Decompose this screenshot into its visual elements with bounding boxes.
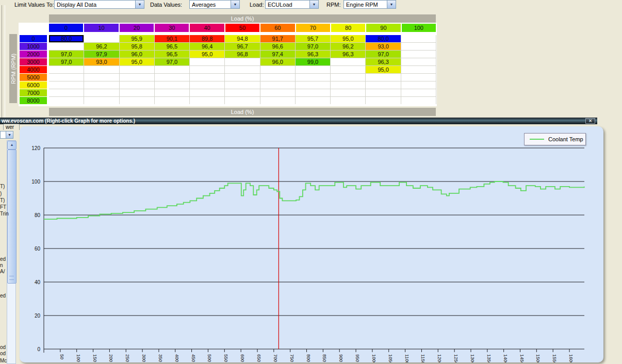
rpm-dropdown[interactable]: Engine RPM ▼ — [343, 0, 396, 9]
limit-values-dropdown[interactable]: Display All Data ▼ — [54, 0, 144, 9]
table-cell[interactable] — [401, 97, 436, 104]
table-cell[interactable] — [401, 35, 436, 42]
table-cell[interactable] — [84, 74, 119, 81]
data-values-dropdown[interactable]: Averages ▼ — [189, 0, 240, 9]
table-cell[interactable]: 80,0 — [49, 35, 84, 42]
table-cell[interactable]: 94,8 — [225, 35, 259, 42]
table-cell[interactable]: 80,0 — [366, 35, 400, 42]
background-dropdown[interactable]: ▼ — [0, 131, 13, 139]
background-tab[interactable]: wer — [3, 124, 20, 130]
coolant-temp-chart[interactable]: 0204060801001205010015020025030035040045… — [20, 126, 603, 362]
close-icon[interactable]: ✕ — [585, 118, 595, 124]
table-cell[interactable]: 91,7 — [260, 35, 295, 42]
table-cell[interactable]: 96,0 — [120, 51, 154, 58]
table-cell[interactable] — [296, 66, 330, 73]
table-cell[interactable]: 90,1 — [155, 35, 189, 42]
table-cell[interactable] — [401, 81, 436, 89]
table-cell[interactable] — [225, 74, 259, 81]
table-cell[interactable] — [190, 74, 224, 81]
table-cell[interactable] — [366, 81, 400, 89]
load-dropdown[interactable]: ECULoad ▼ — [265, 0, 319, 9]
table-cell[interactable] — [49, 89, 84, 96]
table-cell[interactable] — [84, 97, 119, 104]
table-cell[interactable] — [190, 89, 224, 96]
table-cell[interactable]: 96,4 — [190, 43, 224, 50]
table-cell[interactable]: 95,0 — [366, 66, 400, 73]
scroll-up-icon[interactable]: ▲ — [7, 141, 17, 150]
table-cell[interactable] — [331, 97, 365, 104]
table-cell[interactable]: 97,9 — [84, 51, 119, 58]
table-cell[interactable] — [366, 97, 400, 104]
table-cell[interactable] — [296, 81, 330, 89]
table-cell[interactable] — [49, 43, 84, 50]
table-cell[interactable]: 97,0 — [296, 43, 330, 50]
table-cell[interactable]: 97,0 — [49, 58, 84, 65]
table-cell[interactable]: 96,2 — [331, 43, 365, 50]
table-cell[interactable] — [155, 66, 189, 73]
table-cell[interactable]: 96,3 — [331, 51, 365, 58]
chevron-down-icon[interactable]: ▼ — [6, 131, 13, 138]
table-cell[interactable] — [225, 97, 259, 104]
table-cell[interactable] — [366, 89, 400, 96]
table-cell[interactable] — [401, 66, 436, 73]
table-cell[interactable] — [331, 58, 365, 65]
table-cell[interactable] — [225, 58, 259, 65]
table-cell[interactable] — [225, 81, 259, 89]
table-cell[interactable] — [331, 81, 365, 89]
table-cell[interactable]: 96,2 — [84, 43, 119, 50]
table-cell[interactable]: 93,0 — [366, 43, 400, 50]
table-cell[interactable] — [49, 74, 84, 81]
table-cell[interactable]: 96,6 — [260, 43, 295, 50]
vertical-scrollbar[interactable]: ▲ — [7, 140, 16, 364]
table-cell[interactable] — [401, 43, 436, 50]
table-cell[interactable] — [296, 74, 330, 81]
table-cell[interactable] — [155, 74, 189, 81]
table-cell[interactable] — [225, 66, 259, 73]
chevron-down-icon[interactable]: ▼ — [309, 1, 318, 8]
table-cell[interactable]: 96,8 — [225, 51, 259, 58]
table-cell[interactable] — [401, 89, 436, 96]
table-cell[interactable] — [84, 89, 119, 96]
table-cell[interactable]: 97,0 — [155, 58, 189, 65]
table-cell[interactable] — [49, 66, 84, 73]
table-cell[interactable] — [120, 81, 154, 89]
chart-canvas[interactable]: 0204060801001205010015020025030035040045… — [20, 126, 603, 362]
table-cell[interactable]: 96,7 — [225, 43, 259, 50]
table-cell[interactable]: 97,0 — [366, 51, 400, 58]
table-cell[interactable] — [120, 89, 154, 96]
table-cell[interactable]: 95,0 — [190, 51, 224, 58]
table-cell[interactable] — [260, 97, 295, 104]
table-cell[interactable] — [296, 89, 330, 96]
table-cell[interactable] — [260, 89, 295, 96]
table-cell[interactable] — [49, 97, 84, 104]
table-cell[interactable] — [84, 35, 119, 42]
table-cell[interactable]: 99,0 — [296, 58, 330, 65]
data-table[interactable]: 80,095,990,189,894,891,795,795,080,096,2… — [49, 35, 436, 104]
table-cell[interactable] — [120, 66, 154, 73]
table-cell[interactable] — [84, 66, 119, 73]
table-cell[interactable]: 93,0 — [84, 58, 119, 65]
table-cell[interactable] — [260, 74, 295, 81]
table-cell[interactable]: 96,3 — [296, 51, 330, 58]
chevron-down-icon[interactable]: ▼ — [231, 1, 239, 8]
table-cell[interactable]: 96,5 — [155, 51, 189, 58]
table-cell[interactable] — [190, 81, 224, 89]
table-cell[interactable]: 95,0 — [331, 35, 365, 42]
table-cell[interactable] — [260, 66, 295, 73]
table-cell[interactable] — [296, 97, 330, 104]
chevron-down-icon[interactable]: ▼ — [135, 1, 144, 8]
chevron-down-icon[interactable]: ▼ — [387, 1, 396, 8]
table-cell[interactable] — [190, 58, 224, 65]
table-cell[interactable] — [260, 81, 295, 89]
table-cell[interactable] — [331, 89, 365, 96]
table-cell[interactable] — [190, 66, 224, 73]
table-cell[interactable]: 96,0 — [260, 58, 295, 65]
table-cell[interactable] — [49, 81, 84, 89]
graph-window-titlebar[interactable]: ww.evoscan.com (Right-click Graph for mo… — [0, 118, 597, 124]
table-cell[interactable] — [190, 97, 224, 104]
table-cell[interactable]: 97,4 — [260, 51, 295, 58]
table-cell[interactable]: 95,8 — [120, 43, 154, 50]
table-cell[interactable]: 95,9 — [120, 35, 154, 42]
table-cell[interactable] — [155, 81, 189, 89]
table-cell[interactable] — [155, 97, 189, 104]
